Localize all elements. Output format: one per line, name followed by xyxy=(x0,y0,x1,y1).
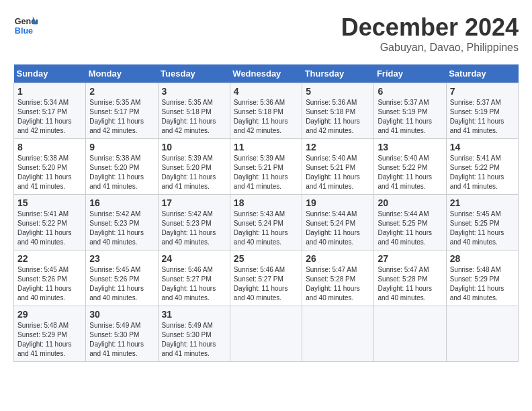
day-number: 12 xyxy=(306,142,370,152)
day-info: Sunrise: 5:45 AMSunset: 5:26 PMDaylight:… xyxy=(17,266,72,302)
calendar-table: Sunday Monday Tuesday Wednesday Thursday… xyxy=(13,64,519,362)
calendar-cell: 9 Sunrise: 5:38 AMSunset: 5:20 PMDayligh… xyxy=(86,139,158,195)
day-number: 5 xyxy=(306,86,370,97)
day-number: 22 xyxy=(17,253,82,264)
col-tuesday: Tuesday xyxy=(158,64,230,83)
day-number: 13 xyxy=(378,142,442,152)
day-number: 24 xyxy=(162,253,226,264)
day-number: 19 xyxy=(306,197,370,208)
day-info: Sunrise: 5:36 AMSunset: 5:18 PMDaylight:… xyxy=(234,99,288,134)
day-info: Sunrise: 5:38 AMSunset: 5:20 PMDaylight:… xyxy=(89,154,144,190)
col-wednesday: Wednesday xyxy=(230,64,302,83)
calendar-cell xyxy=(374,306,446,362)
day-number: 21 xyxy=(450,197,515,208)
day-number: 2 xyxy=(89,86,154,97)
day-info: Sunrise: 5:47 AMSunset: 5:28 PMDaylight:… xyxy=(378,266,432,302)
day-info: Sunrise: 5:35 AMSunset: 5:18 PMDaylight:… xyxy=(162,99,216,134)
calendar-cell: 4 Sunrise: 5:36 AMSunset: 5:18 PMDayligh… xyxy=(230,83,302,139)
calendar-cell: 3 Sunrise: 5:35 AMSunset: 5:18 PMDayligh… xyxy=(158,83,230,139)
day-info: Sunrise: 5:46 AMSunset: 5:27 PMDaylight:… xyxy=(234,266,288,302)
day-number: 3 xyxy=(162,86,226,97)
calendar-cell: 11 Sunrise: 5:39 AMSunset: 5:21 PMDaylig… xyxy=(230,139,302,195)
calendar-cell: 15 Sunrise: 5:41 AMSunset: 5:22 PMDaylig… xyxy=(14,195,86,250)
day-number: 18 xyxy=(234,197,298,208)
day-info: Sunrise: 5:35 AMSunset: 5:17 PMDaylight:… xyxy=(89,99,144,134)
header: General Blue December 2024 Gabuyan, Dava… xyxy=(13,13,519,54)
day-info: Sunrise: 5:46 AMSunset: 5:27 PMDaylight:… xyxy=(162,266,216,302)
calendar-cell: 26 Sunrise: 5:47 AMSunset: 5:28 PMDaylig… xyxy=(302,250,374,306)
day-info: Sunrise: 5:37 AMSunset: 5:19 PMDaylight:… xyxy=(378,99,432,134)
calendar-cell: 20 Sunrise: 5:44 AMSunset: 5:25 PMDaylig… xyxy=(374,195,446,250)
calendar-row: 1 Sunrise: 5:34 AMSunset: 5:17 PMDayligh… xyxy=(14,83,519,139)
day-info: Sunrise: 5:38 AMSunset: 5:20 PMDaylight:… xyxy=(17,154,72,190)
calendar-body: 1 Sunrise: 5:34 AMSunset: 5:17 PMDayligh… xyxy=(14,83,519,362)
day-number: 26 xyxy=(306,253,370,264)
calendar-cell xyxy=(446,306,518,362)
day-info: Sunrise: 5:48 AMSunset: 5:29 PMDaylight:… xyxy=(450,266,504,302)
calendar-cell: 23 Sunrise: 5:45 AMSunset: 5:26 PMDaylig… xyxy=(86,250,158,306)
day-info: Sunrise: 5:40 AMSunset: 5:22 PMDaylight:… xyxy=(378,154,432,190)
calendar-cell: 31 Sunrise: 5:49 AMSunset: 5:30 PMDaylig… xyxy=(158,306,230,362)
col-monday: Monday xyxy=(86,64,158,83)
day-info: Sunrise: 5:41 AMSunset: 5:22 PMDaylight:… xyxy=(17,210,72,246)
calendar-cell: 30 Sunrise: 5:49 AMSunset: 5:30 PMDaylig… xyxy=(86,306,158,362)
calendar-cell: 24 Sunrise: 5:46 AMSunset: 5:27 PMDaylig… xyxy=(158,250,230,306)
day-number: 14 xyxy=(450,142,515,152)
calendar-cell: 16 Sunrise: 5:42 AMSunset: 5:23 PMDaylig… xyxy=(86,195,158,250)
day-number: 6 xyxy=(378,86,442,97)
day-info: Sunrise: 5:48 AMSunset: 5:29 PMDaylight:… xyxy=(17,322,72,357)
day-info: Sunrise: 5:42 AMSunset: 5:23 PMDaylight:… xyxy=(162,210,216,246)
day-number: 28 xyxy=(450,253,515,264)
calendar-cell xyxy=(302,306,374,362)
calendar-cell: 29 Sunrise: 5:48 AMSunset: 5:29 PMDaylig… xyxy=(14,306,86,362)
col-sunday: Sunday xyxy=(14,64,86,83)
day-number: 17 xyxy=(162,197,226,208)
day-info: Sunrise: 5:39 AMSunset: 5:21 PMDaylight:… xyxy=(234,154,288,190)
logo: General Blue xyxy=(13,13,40,38)
svg-text:Blue: Blue xyxy=(15,26,33,36)
calendar-cell: 28 Sunrise: 5:48 AMSunset: 5:29 PMDaylig… xyxy=(446,250,518,306)
day-number: 16 xyxy=(89,197,154,208)
calendar-cell: 17 Sunrise: 5:42 AMSunset: 5:23 PMDaylig… xyxy=(158,195,230,250)
col-saturday: Saturday xyxy=(446,64,518,83)
day-info: Sunrise: 5:44 AMSunset: 5:24 PMDaylight:… xyxy=(306,210,360,246)
calendar-cell: 7 Sunrise: 5:37 AMSunset: 5:19 PMDayligh… xyxy=(446,83,518,139)
day-number: 25 xyxy=(234,253,298,264)
calendar-cell: 12 Sunrise: 5:40 AMSunset: 5:21 PMDaylig… xyxy=(302,139,374,195)
day-info: Sunrise: 5:43 AMSunset: 5:24 PMDaylight:… xyxy=(234,210,288,246)
calendar-row: 8 Sunrise: 5:38 AMSunset: 5:20 PMDayligh… xyxy=(14,139,519,195)
title-area: December 2024 Gabuyan, Davao, Philippine… xyxy=(341,13,519,54)
calendar-cell: 8 Sunrise: 5:38 AMSunset: 5:20 PMDayligh… xyxy=(14,139,86,195)
day-info: Sunrise: 5:49 AMSunset: 5:30 PMDaylight:… xyxy=(89,322,144,357)
location-title: Gabuyan, Davao, Philippines xyxy=(341,42,519,54)
col-thursday: Thursday xyxy=(302,64,374,83)
day-info: Sunrise: 5:34 AMSunset: 5:17 PMDaylight:… xyxy=(17,99,72,134)
calendar-cell: 19 Sunrise: 5:44 AMSunset: 5:24 PMDaylig… xyxy=(302,195,374,250)
calendar-cell: 25 Sunrise: 5:46 AMSunset: 5:27 PMDaylig… xyxy=(230,250,302,306)
day-number: 10 xyxy=(162,142,226,152)
day-info: Sunrise: 5:45 AMSunset: 5:26 PMDaylight:… xyxy=(89,266,144,302)
day-number: 11 xyxy=(234,142,298,152)
calendar-cell: 22 Sunrise: 5:45 AMSunset: 5:26 PMDaylig… xyxy=(14,250,86,306)
day-info: Sunrise: 5:42 AMSunset: 5:23 PMDaylight:… xyxy=(89,210,144,246)
header-row: Sunday Monday Tuesday Wednesday Thursday… xyxy=(14,64,519,83)
day-info: Sunrise: 5:44 AMSunset: 5:25 PMDaylight:… xyxy=(378,210,432,246)
day-number: 7 xyxy=(450,86,515,97)
calendar-row: 15 Sunrise: 5:41 AMSunset: 5:22 PMDaylig… xyxy=(14,195,519,250)
calendar-cell: 5 Sunrise: 5:36 AMSunset: 5:18 PMDayligh… xyxy=(302,83,374,139)
day-info: Sunrise: 5:36 AMSunset: 5:18 PMDaylight:… xyxy=(306,99,360,134)
calendar-cell xyxy=(230,306,302,362)
day-number: 4 xyxy=(234,86,298,97)
calendar-cell: 18 Sunrise: 5:43 AMSunset: 5:24 PMDaylig… xyxy=(230,195,302,250)
day-info: Sunrise: 5:45 AMSunset: 5:25 PMDaylight:… xyxy=(450,210,504,246)
calendar-cell: 10 Sunrise: 5:39 AMSunset: 5:20 PMDaylig… xyxy=(158,139,230,195)
calendar-cell: 13 Sunrise: 5:40 AMSunset: 5:22 PMDaylig… xyxy=(374,139,446,195)
day-number: 15 xyxy=(17,197,82,208)
calendar-cell: 21 Sunrise: 5:45 AMSunset: 5:25 PMDaylig… xyxy=(446,195,518,250)
month-title: December 2024 xyxy=(341,13,519,42)
day-info: Sunrise: 5:40 AMSunset: 5:21 PMDaylight:… xyxy=(306,154,360,190)
day-info: Sunrise: 5:41 AMSunset: 5:22 PMDaylight:… xyxy=(450,154,504,190)
day-number: 20 xyxy=(378,197,442,208)
day-number: 27 xyxy=(378,253,442,264)
day-number: 30 xyxy=(89,309,154,320)
